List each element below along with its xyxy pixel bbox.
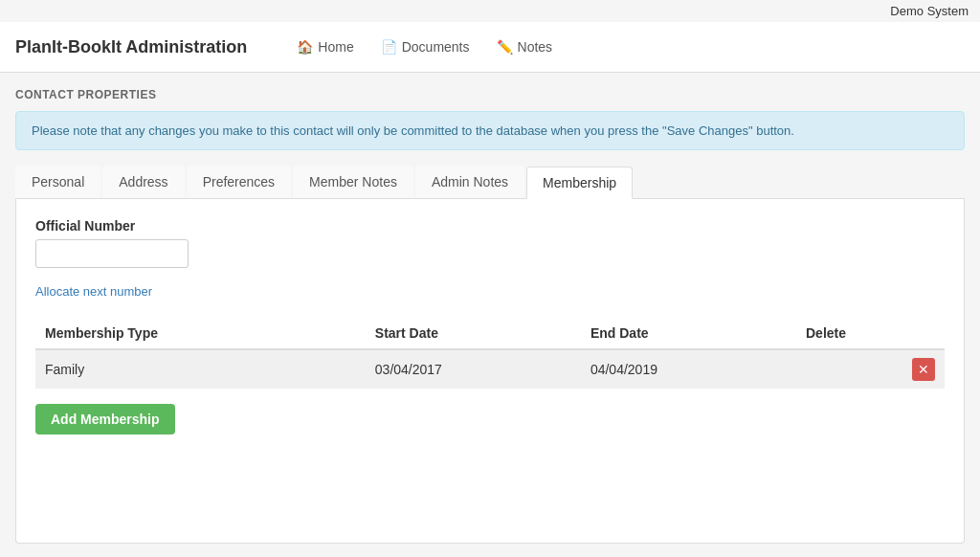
col-type: Membership Type	[35, 318, 366, 349]
app-title: PlanIt-BookIt Administration	[15, 37, 247, 57]
col-start-date: Start Date	[366, 318, 581, 349]
end-date-cell: 04/04/2019	[581, 349, 796, 389]
page-content: CONTACT PROPERTIES Please note that any …	[0, 73, 980, 557]
home-icon: 🏠	[297, 39, 313, 55]
delete-row-button[interactable]: ✕	[912, 358, 935, 381]
add-membership-button[interactable]: Add Membership	[35, 404, 175, 434]
nav-item-documents[interactable]: 📄Documents	[369, 33, 481, 60]
info-banner: Please note that any changes you make to…	[15, 111, 965, 150]
delete-cell: ✕	[796, 349, 945, 389]
tab-panel-membership: Official Number Allocate next number Mem…	[15, 199, 965, 544]
header: PlanIt-BookIt Administration 🏠Home📄Docum…	[0, 22, 980, 73]
col-end-date: End Date	[581, 318, 796, 349]
tab-preferences[interactable]: Preferences	[187, 166, 291, 198]
col-delete: Delete	[796, 318, 945, 349]
tabs-container: PersonalAddressPreferencesMember NotesAd…	[15, 166, 965, 199]
system-label: Demo System	[890, 4, 969, 18]
start-date-cell: 03/04/2017	[366, 349, 581, 389]
nav-item-notes[interactable]: ✏️Notes	[485, 33, 565, 60]
header-nav: 🏠Home📄Documents✏️Notes	[285, 33, 564, 60]
official-number-group: Official Number	[35, 218, 945, 268]
membership-type-cell: Family	[35, 349, 366, 389]
section-label: CONTACT PROPERTIES	[15, 88, 965, 101]
top-bar: Demo System	[0, 0, 980, 22]
notes-icon: ✏️	[497, 39, 513, 55]
membership-table: Membership Type Start Date End Date Dele…	[35, 318, 945, 389]
tab-personal[interactable]: Personal	[15, 166, 100, 198]
official-number-input[interactable]	[35, 239, 189, 268]
allocate-next-link[interactable]: Allocate next number	[35, 284, 152, 299]
tab-member-notes[interactable]: Member Notes	[293, 166, 413, 198]
tab-address[interactable]: Address	[102, 166, 184, 198]
tab-membership[interactable]: Membership	[526, 167, 633, 199]
tab-admin-notes[interactable]: Admin Notes	[415, 166, 524, 198]
nav-item-home[interactable]: 🏠Home	[285, 33, 365, 60]
table-row: Family 03/04/2017 04/04/2019 ✕	[35, 349, 945, 389]
official-number-label: Official Number	[35, 218, 945, 234]
documents-icon: 📄	[381, 39, 397, 55]
